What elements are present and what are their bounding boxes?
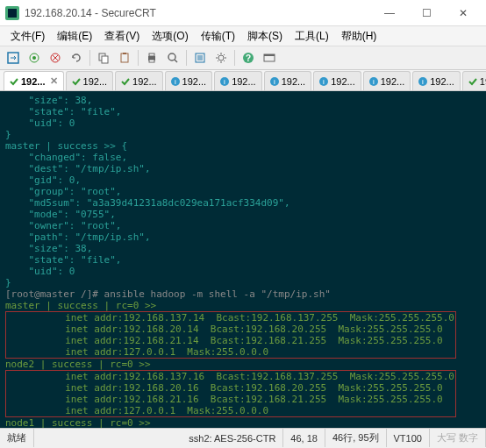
tab-label: 192...: [381, 76, 405, 87]
session-tab[interactable]: i192...: [165, 71, 213, 90]
tab-label: 192...: [331, 76, 355, 87]
svg-point-15: [218, 55, 224, 60]
svg-rect-9: [123, 53, 126, 54]
window-title: 192.168.20.14 - SecureCRT: [25, 7, 372, 19]
status-caps: 大写 数字: [430, 429, 486, 447]
info-icon: i: [369, 77, 378, 86]
status-pos: 46, 18: [283, 429, 325, 447]
session-tab[interactable]: i192...: [363, 71, 411, 90]
toolbar-sep: [89, 50, 90, 66]
svg-rect-1: [8, 9, 17, 18]
tab-label: 192...: [21, 76, 46, 87]
tab-label: 192...: [132, 76, 157, 87]
svg-text:i: i: [175, 78, 176, 86]
disconnect-icon[interactable]: [47, 50, 63, 66]
find-icon[interactable]: [165, 50, 181, 66]
info-icon: i: [319, 77, 328, 86]
info-icon: i: [270, 77, 279, 86]
statusbar: 就绪 ssh2: AES-256-CTR 46, 18 46行, 95列 VT1…: [0, 428, 486, 447]
toolbar: ?: [0, 46, 486, 70]
sessions-icon[interactable]: [261, 50, 277, 66]
svg-text:i: i: [422, 78, 424, 86]
status-size: 46行, 95列: [325, 429, 387, 447]
menu-edit[interactable]: 编辑(E): [52, 27, 97, 46]
session-tab[interactable]: i192...: [264, 71, 312, 90]
menu-transfer[interactable]: 传输(T): [196, 27, 240, 46]
tab-label: 192...: [480, 76, 486, 87]
connect-icon[interactable]: [26, 50, 42, 66]
copy-icon[interactable]: [96, 50, 111, 66]
tab-label: 192...: [83, 76, 108, 87]
svg-rect-12: [149, 60, 154, 62]
tab-label: 192...: [182, 76, 207, 87]
status-term: VT100: [387, 429, 430, 447]
tab-label: 192...: [282, 76, 306, 87]
svg-text:?: ?: [246, 53, 251, 63]
menu-file[interactable]: 文件(F): [5, 27, 50, 46]
svg-rect-19: [264, 54, 275, 56]
menu-script[interactable]: 脚本(S): [242, 27, 288, 46]
tab-close-icon[interactable]: ✕: [50, 75, 58, 87]
info-icon: i: [171, 77, 180, 86]
menubar: 文件(F) 编辑(E) 查看(V) 选项(O) 传输(T) 脚本(S) 工具(L…: [0, 26, 486, 46]
check-icon: [10, 77, 18, 86]
tab-label: 192...: [232, 76, 256, 87]
print-icon[interactable]: [144, 50, 160, 66]
settings-icon[interactable]: [213, 50, 229, 66]
session-tab[interactable]: i192...: [214, 71, 262, 90]
menu-view[interactable]: 查看(V): [99, 27, 145, 46]
help-icon[interactable]: ?: [240, 50, 256, 66]
tab-label: 192...: [430, 76, 454, 87]
svg-point-4: [32, 56, 36, 60]
menu-help[interactable]: 帮助(H): [336, 27, 382, 46]
terminal[interactable]: "size": 38, "state": "file", "uid": 0}ma…: [0, 91, 486, 428]
session-tab[interactable]: 192...✕: [4, 71, 64, 90]
titlebar: 192.168.20.14 - SecureCRT — ☐ ✕: [0, 0, 486, 26]
maximize-button[interactable]: ☐: [409, 1, 444, 25]
app-icon: [5, 6, 19, 20]
svg-text:i: i: [224, 78, 225, 86]
quick-connect-icon[interactable]: [5, 50, 21, 66]
window-buttons: — ☐ ✕: [372, 1, 481, 25]
reconnect-icon[interactable]: [68, 50, 84, 66]
check-icon: [121, 77, 130, 86]
menu-tools[interactable]: 工具(L): [289, 27, 334, 46]
status-ready: 就绪: [0, 429, 34, 447]
paste-icon[interactable]: [117, 50, 132, 66]
minimize-button[interactable]: —: [372, 1, 407, 25]
toolbar-sep: [138, 50, 139, 66]
tabbar: 192...✕192...192...i192...i192...i192...…: [0, 70, 486, 91]
toolbar-sep: [234, 50, 235, 66]
svg-text:i: i: [373, 78, 375, 86]
toolbar-sep: [186, 50, 187, 66]
svg-rect-7: [102, 56, 108, 63]
svg-rect-8: [121, 53, 128, 62]
session-tab[interactable]: 192...: [462, 71, 486, 90]
session-tab[interactable]: i192...: [313, 71, 361, 90]
session-tab[interactable]: 192...: [66, 71, 114, 90]
svg-text:i: i: [274, 78, 275, 86]
check-icon: [468, 77, 477, 86]
info-icon: i: [418, 77, 427, 86]
close-button[interactable]: ✕: [446, 1, 481, 25]
check-icon: [72, 77, 81, 86]
menu-options[interactable]: 选项(O): [147, 27, 193, 46]
info-icon: i: [220, 77, 229, 86]
properties-icon[interactable]: [192, 50, 208, 66]
svg-rect-11: [149, 53, 154, 56]
svg-point-13: [168, 53, 175, 60]
session-tab[interactable]: 192...: [115, 71, 163, 90]
svg-text:i: i: [323, 78, 325, 86]
status-ssh: ssh2: AES-256-CTR: [182, 429, 283, 447]
session-tab[interactable]: i192...: [412, 71, 461, 90]
